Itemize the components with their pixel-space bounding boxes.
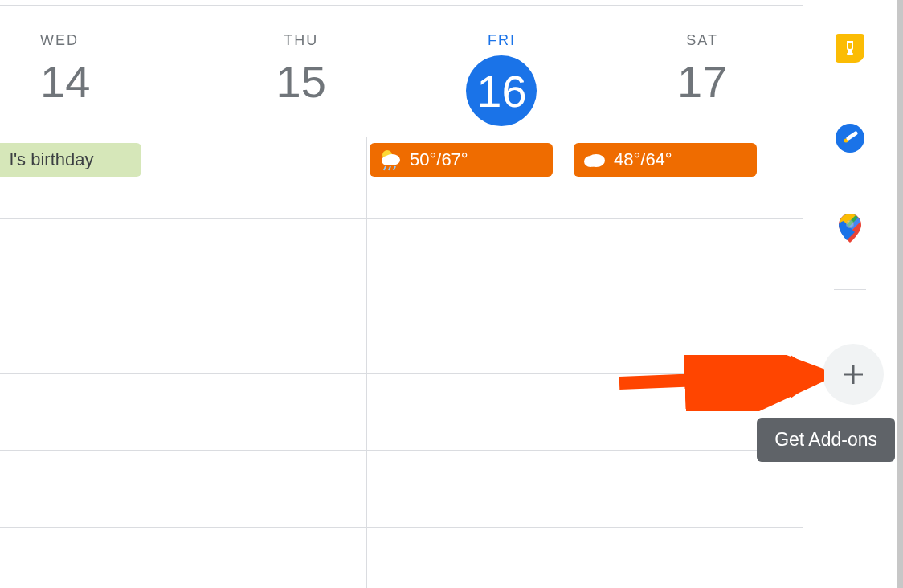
svg-marker-15 — [791, 355, 823, 398]
day-number[interactable]: 15 — [276, 55, 326, 108]
column-sep — [570, 137, 570, 588]
svg-line-5 — [394, 166, 395, 170]
calendar-grid: WED 14 THU 15 FRI 16 SAT 17 l's birthday — [0, 0, 803, 588]
keep-addon-button[interactable] — [834, 32, 866, 64]
weather-showers-icon — [379, 149, 402, 171]
event-birthday-text: l's birthday — [10, 149, 93, 170]
svg-line-3 — [384, 166, 386, 170]
tasks-icon — [836, 124, 864, 153]
get-addons-tooltip: Get Add-ons — [757, 418, 895, 462]
tasks-addon-button[interactable] — [834, 122, 866, 154]
day-name: WED — [40, 32, 79, 49]
day-header-wed[interactable]: WED 14 — [0, 0, 201, 133]
grid-row-sep — [0, 450, 803, 451]
svg-line-4 — [389, 166, 390, 170]
column-sep — [366, 137, 367, 588]
day-number-today[interactable]: 16 — [466, 55, 537, 126]
event-weather-fri[interactable]: 50°/67° — [370, 143, 553, 177]
day-name: FRI — [488, 32, 516, 49]
svg-line-14 — [619, 376, 800, 383]
column-sep — [161, 137, 161, 588]
day-name: THU — [284, 32, 318, 49]
tooltip-text: Get Add-ons — [774, 429, 877, 450]
side-panel-divider — [834, 289, 866, 290]
arrow-annotation — [615, 355, 824, 411]
maps-addon-button[interactable] — [834, 212, 866, 244]
day-number[interactable]: 14 — [40, 55, 90, 108]
svg-point-2 — [382, 156, 393, 165]
day-header-thu[interactable]: THU 15 — [201, 0, 402, 133]
day-name: SAT — [686, 32, 718, 49]
event-weather-text: 48°/64° — [614, 149, 672, 170]
day-header-sat[interactable]: SAT 17 — [602, 0, 803, 133]
maps-icon — [839, 214, 861, 243]
event-weather-sat[interactable]: 48°/64° — [574, 143, 757, 177]
event-weather-text: 50°/67° — [410, 149, 468, 170]
plus-icon — [840, 361, 866, 387]
grid-row-sep — [0, 296, 803, 296]
day-number[interactable]: 17 — [677, 55, 727, 108]
get-addons-button[interactable] — [823, 344, 884, 405]
grid-row-sep — [0, 218, 803, 219]
svg-point-7 — [584, 156, 597, 167]
svg-point-9 — [846, 220, 854, 228]
day-header-fri[interactable]: FRI 16 — [402, 0, 603, 133]
keep-icon — [836, 34, 864, 63]
event-birthday[interactable]: l's birthday — [0, 143, 141, 177]
day-headers-row: WED 14 THU 15 FRI 16 SAT 17 — [0, 0, 803, 133]
weather-cloudy-icon — [583, 149, 606, 171]
side-panel — [803, 0, 903, 588]
grid-row-sep — [0, 527, 803, 528]
